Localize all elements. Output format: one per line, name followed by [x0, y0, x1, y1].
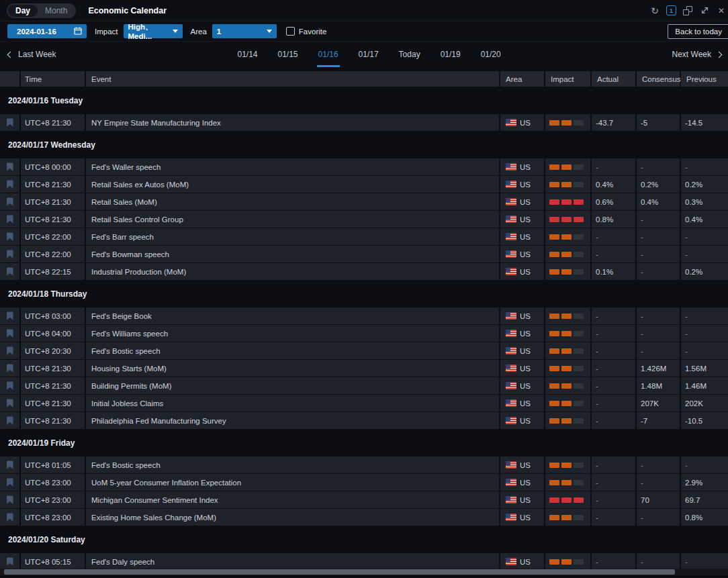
event-row[interactable]: UTC+8 21:30 Philadelphia Fed Manufacturi… — [0, 412, 728, 429]
event-row[interactable]: UTC+8 00:00 Fed's Waller speech US - - - — [0, 158, 728, 175]
expand-icon[interactable] — [699, 5, 710, 16]
back-to-today-button[interactable]: Back to today — [668, 24, 728, 39]
bookmark-icon[interactable] — [6, 416, 13, 425]
close-icon[interactable]: ✕ — [716, 5, 727, 16]
bookmark-cell — [0, 228, 19, 245]
bookmark-icon[interactable] — [6, 232, 13, 241]
bookmark-icon[interactable] — [6, 311, 13, 320]
impact-level-block — [574, 366, 584, 371]
event-area: US — [500, 474, 544, 491]
event-row[interactable]: UTC+8 01:05 Fed's Bostic speech US - - - — [0, 456, 728, 473]
impact-level-block — [561, 331, 572, 336]
next-week-button[interactable]: Next Week — [672, 42, 721, 67]
impact-level-block — [549, 234, 559, 240]
event-row[interactable]: UTC+8 21:30 Housing Starts (MoM) US - 1.… — [0, 360, 728, 377]
impact-level-block — [549, 418, 559, 424]
horizontal-scrollbar[interactable] — [0, 569, 728, 575]
tab-day[interactable]: Day — [8, 5, 38, 17]
event-row[interactable]: UTC+8 05:15 Fed's Daly speech US - - - — [0, 553, 728, 570]
scrollbar-thumb[interactable] — [4, 569, 675, 575]
event-area: US — [500, 456, 544, 473]
tab-month[interactable]: Month — [38, 5, 75, 17]
date-picker[interactable]: 2024-01-16 — [7, 24, 87, 38]
bookmark-icon[interactable] — [6, 197, 13, 206]
event-row[interactable]: UTC+8 21:30 Building Permits (MoM) US - … — [0, 377, 728, 394]
bookmark-icon[interactable] — [6, 364, 13, 373]
week-day-tab[interactable]: Today — [398, 42, 422, 67]
event-row[interactable]: UTC+8 21:30 Retail Sales ex Autos (MoM) … — [0, 176, 728, 193]
impact-select[interactable]: High、Medi... — [124, 24, 183, 38]
event-row[interactable]: UTC+8 22:00 Fed's Barr speech US - - - — [0, 228, 728, 245]
week-day-tab[interactable]: 01/14 — [236, 42, 259, 67]
event-row[interactable]: UTC+8 21:30 Initial Jobless Claims US - … — [0, 395, 728, 412]
week-day-tab[interactable]: 01/15 — [277, 42, 300, 67]
event-row[interactable]: UTC+8 21:30 Retail Sales (MoM) US 0.6% 0… — [0, 193, 728, 210]
bookmark-icon[interactable] — [6, 329, 13, 338]
event-row[interactable]: UTC+8 22:00 Fed's Bowman speech US - - - — [0, 246, 728, 262]
event-row[interactable]: UTC+8 23:00 Michigan Consumer Sentiment … — [0, 491, 728, 508]
week-day-tab[interactable]: 01/17 — [357, 42, 380, 67]
bookmark-icon[interactable] — [6, 513, 13, 522]
event-area: US — [500, 377, 544, 394]
impact-level-block — [549, 164, 559, 170]
event-time: UTC+8 03:00 — [21, 307, 85, 324]
bookmark-icon[interactable] — [6, 478, 13, 487]
impact-level-block — [574, 418, 584, 424]
impact-level-block — [561, 199, 572, 205]
us-flag-icon — [506, 330, 516, 337]
event-consensus: - — [637, 246, 680, 262]
impact-level-block — [574, 401, 584, 406]
favorite-filter[interactable]: Favorite — [286, 27, 327, 36]
event-impact — [545, 263, 590, 280]
event-actual: - — [592, 412, 635, 429]
impact-level-block — [549, 348, 559, 354]
bookmark-icon[interactable] — [6, 118, 13, 127]
event-impact — [545, 193, 590, 210]
event-row[interactable]: UTC+8 21:30 NY Empire State Manufacturin… — [0, 114, 728, 131]
bookmark-icon[interactable] — [6, 495, 13, 504]
bookmark-icon[interactable] — [6, 381, 13, 390]
area-code: US — [520, 215, 531, 224]
bookmark-icon[interactable] — [6, 557, 13, 566]
window-controls: ↻ 1 ✕ — [649, 5, 727, 16]
bookmark-icon[interactable] — [6, 267, 13, 276]
event-impact — [545, 456, 590, 473]
event-row[interactable]: UTC+8 20:30 Fed's Bostic speech US - - - — [0, 342, 728, 359]
event-row[interactable]: UTC+8 21:30 Retail Sales Control Group U… — [0, 211, 728, 228]
event-row[interactable]: UTC+8 23:00 Existing Home Sales Change (… — [0, 509, 728, 526]
area-select[interactable]: 1 — [212, 24, 277, 38]
event-actual: - — [592, 246, 635, 262]
bookmark-icon[interactable] — [6, 461, 13, 469]
restore-icon[interactable] — [682, 5, 693, 16]
week-day-tab[interactable]: 01/19 — [439, 42, 462, 67]
area-code: US — [520, 347, 531, 355]
last-week-button[interactable]: Last Week — [8, 42, 56, 67]
day-group-header: 2024/01/18 Thursday — [0, 281, 728, 307]
area-code: US — [520, 461, 531, 469]
event-row[interactable]: UTC+8 03:00 Fed's Beige Book US - - - — [0, 307, 728, 324]
event-row[interactable]: UTC+8 23:00 UoM 5-year Consumer Inflatio… — [0, 474, 728, 491]
refresh-icon[interactable]: ↻ — [649, 5, 660, 16]
event-row[interactable]: UTC+8 22:15 Industrial Production (MoM) … — [0, 263, 728, 280]
week-day-tab[interactable]: 01/16 — [317, 42, 340, 67]
event-impact — [545, 509, 590, 526]
event-row[interactable]: UTC+8 04:00 Fed's Williams speech US - -… — [0, 325, 728, 342]
bookmark-icon[interactable] — [6, 180, 13, 189]
bookmark-icon[interactable] — [6, 215, 13, 224]
bookmark-icon[interactable] — [6, 399, 13, 407]
impact-level-block — [574, 120, 584, 126]
us-flag-icon — [506, 250, 516, 258]
bookmark-icon[interactable] — [6, 250, 13, 258]
event-previous: 202K — [681, 395, 728, 412]
view-toggle[interactable]: Day Month — [7, 3, 76, 18]
bookmark-icon[interactable] — [6, 162, 13, 171]
impact-level-block — [574, 480, 584, 485]
tab-count-badge[interactable]: 1 — [666, 5, 676, 15]
event-time: UTC+8 21:30 — [21, 211, 85, 228]
calendar-icon — [74, 27, 82, 36]
event-actual: 0.6% — [592, 193, 635, 210]
last-week-label: Last Week — [18, 50, 56, 59]
bookmark-icon[interactable] — [6, 346, 13, 355]
favorite-checkbox[interactable] — [286, 27, 295, 36]
week-day-tab[interactable]: 01/20 — [480, 42, 502, 67]
